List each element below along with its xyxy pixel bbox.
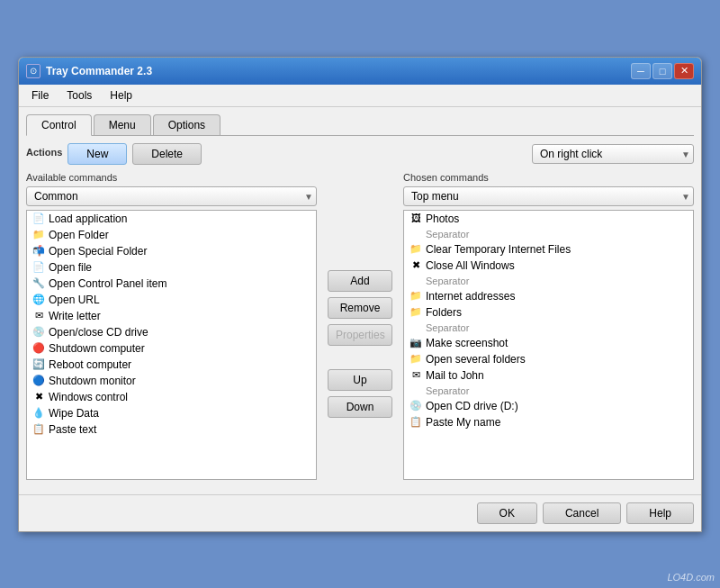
list-item[interactable]: ✉Mail to John <box>404 367 693 384</box>
up-button[interactable]: Up <box>328 369 392 391</box>
window-title: Tray Commander 2.3 <box>46 65 152 77</box>
chosen-commands-panel: Chosen commands Top menuSub menu ▼ 🖼Phot… <box>403 172 694 480</box>
list-item[interactable]: 📁Open several folders <box>404 351 693 367</box>
main-window: ⊙ Tray Commander 2.3 ─ □ ✕ FileToolsHelp… <box>18 57 702 532</box>
delete-button[interactable]: Delete <box>132 143 202 165</box>
list-item[interactable]: ✖Windows control <box>27 389 316 405</box>
list-item[interactable]: ✉Write letter <box>27 308 316 324</box>
menu-item-tools[interactable]: Tools <box>59 87 99 104</box>
footer: OK Cancel Help <box>19 494 701 531</box>
list-item[interactable]: 🌐Open URL <box>27 292 316 308</box>
maximize-button[interactable]: □ <box>652 63 672 79</box>
list-item-icon: 🔧 <box>32 277 45 290</box>
separator-item: Separator <box>404 274 693 288</box>
list-item-icon: 📷 <box>410 337 422 349</box>
list-item-icon: 📋 <box>32 423 45 436</box>
list-item[interactable]: 📬Open Special Folder <box>27 243 316 259</box>
list-item[interactable]: 💿Open/close CD drive <box>27 324 316 340</box>
tab-menu[interactable]: Menu <box>94 114 151 135</box>
menu-item-file[interactable]: File <box>24 87 56 104</box>
separator-item: Separator <box>404 227 693 241</box>
title-bar-left: ⊙ Tray Commander 2.3 <box>26 64 152 78</box>
chosen-commands-dropdown[interactable]: Top menuSub menu <box>403 186 694 206</box>
close-button[interactable]: ✕ <box>674 63 694 79</box>
list-item-icon: 💧 <box>32 407 45 420</box>
list-item[interactable]: 🔧Open Control Panel item <box>27 276 316 292</box>
list-item-text: Open Folder <box>49 229 310 241</box>
middle-buttons-panel: Add Remove Properties Up Down <box>324 172 396 480</box>
list-item[interactable]: 📋Paste My name <box>404 414 693 430</box>
list-item-icon: 📁 <box>410 353 422 366</box>
list-item[interactable]: 📁Clear Temporary Internet Files <box>404 241 693 258</box>
available-commands-panel: Available commands CommonSpecial ▼ 📄Load… <box>26 172 317 480</box>
minimize-button[interactable]: ─ <box>631 63 651 79</box>
remove-button[interactable]: Remove <box>328 297 392 319</box>
list-item-text: Reboot computer <box>49 358 310 371</box>
chosen-commands-list[interactable]: 🖼PhotosSeparator📁Clear Temporary Interne… <box>403 210 694 480</box>
list-item-icon: 📁 <box>410 306 422 319</box>
list-item-icon: 🔄 <box>32 358 45 371</box>
list-item[interactable]: 🖼Photos <box>404 211 693 227</box>
tab-control[interactable]: Control <box>26 114 92 136</box>
cancel-button[interactable]: Cancel <box>543 502 621 524</box>
list-item-text: Paste text <box>49 423 310 436</box>
list-item-icon: ✉ <box>32 310 45 322</box>
list-item[interactable]: 🔄Reboot computer <box>27 357 316 373</box>
list-item[interactable]: 📁Open Folder <box>27 227 316 243</box>
list-item-icon: 📋 <box>410 416 422 429</box>
help-button[interactable]: Help <box>626 502 694 524</box>
title-controls: ─ □ ✕ <box>631 63 694 79</box>
list-item-icon: ✉ <box>410 369 422 382</box>
panels-row: Available commands CommonSpecial ▼ 📄Load… <box>26 172 694 480</box>
list-item-icon: ✖ <box>410 259 422 272</box>
list-item[interactable]: 📁Folders <box>404 304 693 321</box>
list-item[interactable]: 📁Internet addresses <box>404 288 693 304</box>
list-item[interactable]: 📄Open file <box>27 259 316 276</box>
list-item-text: Open Control Panel item <box>49 277 310 290</box>
list-item-icon: ✖ <box>32 391 45 403</box>
separator-item: Separator <box>404 321 693 335</box>
list-item-text: Write letter <box>49 310 310 322</box>
list-item[interactable]: 🔵Shutdown monitor <box>27 373 316 389</box>
list-item-icon: 📬 <box>32 245 45 258</box>
watermark: LO4D.com <box>667 572 715 583</box>
list-item-icon: 🌐 <box>32 294 45 306</box>
on-right-click-dropdown-wrap: On right clickOn left clickOn double cli… <box>532 144 694 164</box>
tab-options[interactable]: Options <box>153 114 220 135</box>
ok-button[interactable]: OK <box>477 502 537 524</box>
properties-button[interactable]: Properties <box>328 324 392 346</box>
list-item-text: Open several folders <box>426 353 688 366</box>
down-button[interactable]: Down <box>328 396 392 418</box>
list-item[interactable]: 📷Make screenshot <box>404 335 693 351</box>
list-item-text: Shutdown monitor <box>49 375 310 387</box>
list-item-icon: 💿 <box>410 400 422 412</box>
list-item-text: Open file <box>49 261 310 274</box>
list-item-icon: 💿 <box>32 326 45 339</box>
available-commands-dropdown[interactable]: CommonSpecial <box>26 186 317 206</box>
list-item-icon: 🔵 <box>32 375 45 387</box>
list-item-text: Open Special Folder <box>49 245 310 258</box>
list-item-text: Load application <box>49 213 310 225</box>
list-item-icon: 🖼 <box>410 213 422 225</box>
list-item[interactable]: 📋Paste text <box>27 421 316 438</box>
list-item[interactable]: 📄Load application <box>27 211 316 227</box>
list-item-text: Open/close CD drive <box>49 326 310 339</box>
add-button[interactable]: Add <box>328 270 392 292</box>
list-item[interactable]: 🔴Shutdown computer <box>27 340 316 357</box>
new-button[interactable]: New <box>68 143 127 165</box>
list-item-text: Wipe Data <box>49 407 310 420</box>
actions-row: Actions New Delete On right clickOn left… <box>26 143 694 165</box>
available-commands-list[interactable]: 📄Load application📁Open Folder📬Open Speci… <box>26 210 317 480</box>
list-item-icon: 📁 <box>410 290 422 303</box>
list-item[interactable]: ✖Close All Windows <box>404 258 693 274</box>
title-bar: ⊙ Tray Commander 2.3 ─ □ ✕ <box>19 58 701 85</box>
list-item[interactable]: 💿Open CD drive (D:) <box>404 398 693 414</box>
list-item-text: Internet addresses <box>426 290 688 303</box>
list-item-text: Photos <box>426 213 688 225</box>
actions-label: Actions <box>26 147 62 161</box>
on-right-click-dropdown[interactable]: On right clickOn left clickOn double cli… <box>532 144 694 164</box>
list-item-icon: 🔴 <box>32 342 45 355</box>
menu-item-help[interactable]: Help <box>103 87 140 104</box>
list-item[interactable]: 💧Wipe Data <box>27 405 316 421</box>
list-item-text: Make screenshot <box>426 337 688 349</box>
